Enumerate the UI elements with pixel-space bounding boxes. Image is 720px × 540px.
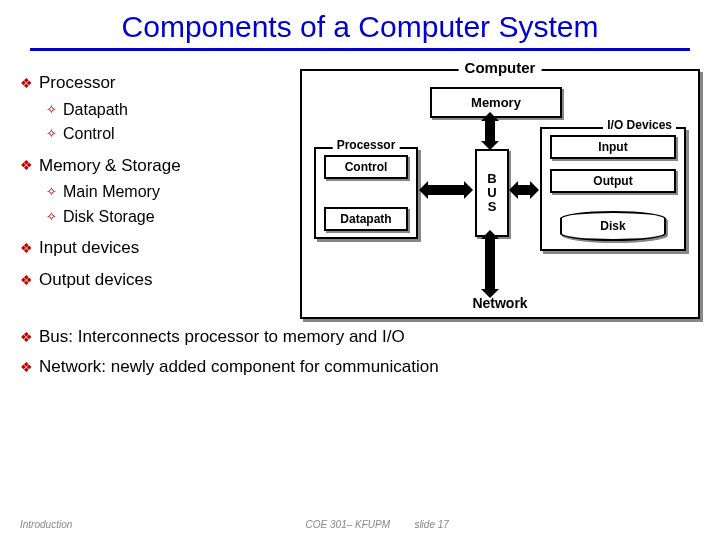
bullet-processor: ❖Processor xyxy=(20,71,300,95)
bullet-memory-storage: ❖Memory & Storage xyxy=(20,154,300,178)
bullet-list-lower: ❖Bus: Interconnects processor to memory … xyxy=(20,325,700,379)
diamond-icon: ❖ xyxy=(20,330,33,344)
disk-box: Disk xyxy=(560,211,666,241)
diamond-icon: ✧ xyxy=(46,183,57,201)
bullet-datapath: ✧Datapath xyxy=(46,99,300,121)
bullet-input-devices: ❖Input devices xyxy=(20,236,300,260)
bullet-list-left: ❖Processor ✧Datapath ✧Control ❖Memory & … xyxy=(20,71,300,292)
bullet-bus: ❖Bus: Interconnects processor to memory … xyxy=(20,325,700,349)
diamond-icon: ✧ xyxy=(46,101,57,119)
footer-right: slide 17 xyxy=(414,519,448,530)
diamond-icon: ❖ xyxy=(20,158,33,172)
diamond-icon: ❖ xyxy=(20,241,33,255)
diamond-icon: ❖ xyxy=(20,273,33,287)
footer-left: Introduction xyxy=(20,519,72,530)
input-box: Input xyxy=(550,135,676,159)
control-box: Control xyxy=(324,155,408,179)
bus-b: B xyxy=(477,172,507,186)
bus-u: U xyxy=(477,186,507,200)
processor-label: Processor xyxy=(333,138,400,152)
bullet-text: Output devices xyxy=(39,268,152,292)
slide-title: Components of a Computer System xyxy=(30,10,690,51)
diamond-icon: ❖ xyxy=(20,76,33,90)
bullet-text: Control xyxy=(63,123,115,145)
footer: Introduction COE 301– KFUPM slide 17 xyxy=(20,519,700,530)
diamond-icon: ✧ xyxy=(46,208,57,226)
bullet-main-memory: ✧Main Memory xyxy=(46,181,300,203)
bullet-control: ✧Control xyxy=(46,123,300,145)
bullet-network: ❖Network: newly added component for comm… xyxy=(20,355,700,379)
diamond-icon: ✧ xyxy=(46,125,57,143)
processor-box: Processor Control Datapath xyxy=(314,147,418,239)
datapath-box: Datapath xyxy=(324,207,408,231)
bullet-disk-storage: ✧Disk Storage xyxy=(46,206,300,228)
bullet-text: Processor xyxy=(39,71,116,95)
bullet-output-devices: ❖Output devices xyxy=(20,268,300,292)
bus-box: B U S xyxy=(475,149,509,237)
network-label: Network xyxy=(472,295,527,311)
bus-s: S xyxy=(477,200,507,214)
computer-label: Computer xyxy=(459,59,542,76)
bullet-text: Datapath xyxy=(63,99,128,121)
bullet-text: Disk Storage xyxy=(63,206,155,228)
diamond-icon: ❖ xyxy=(20,360,33,374)
bullet-text: Main Memory xyxy=(63,181,160,203)
bullet-text: Network: newly added component for commu… xyxy=(39,355,439,379)
arrow-proc-bus xyxy=(428,185,464,195)
footer-mid: COE 301– KFUPM xyxy=(306,519,390,530)
bullet-text: Input devices xyxy=(39,236,139,260)
arrow-bus-network xyxy=(485,239,495,289)
io-label: I/O Devices xyxy=(603,118,676,132)
computer-box: Computer Memory Processor Control Datapa… xyxy=(300,69,700,319)
arrow-bus-io xyxy=(518,185,530,195)
io-devices-box: I/O Devices Input Output Disk xyxy=(540,127,686,251)
output-box: Output xyxy=(550,169,676,193)
arrow-memory-bus xyxy=(485,121,495,141)
bullet-text: Bus: Interconnects processor to memory a… xyxy=(39,325,405,349)
bullet-text: Memory & Storage xyxy=(39,154,181,178)
